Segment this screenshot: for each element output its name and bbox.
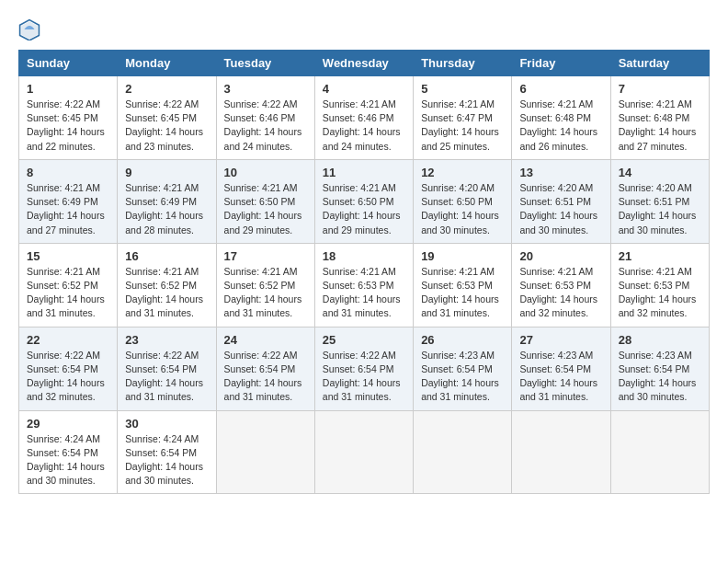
sunset-label: Sunset: 6:50 PM (323, 196, 394, 207)
weekday-header-friday: Friday (512, 51, 610, 76)
day-info: Sunrise: 4:21 AM Sunset: 6:49 PM Dayligh… (125, 181, 208, 237)
daylight-label: Daylight: 14 hours and 31 minutes. (421, 293, 499, 318)
weekday-header-saturday: Saturday (610, 51, 709, 76)
daylight-label: Daylight: 14 hours and 31 minutes. (125, 377, 203, 402)
day-number: 22 (27, 333, 109, 347)
daylight-label: Daylight: 14 hours and 31 minutes. (224, 377, 302, 402)
sunset-label: Sunset: 6:52 PM (27, 280, 98, 291)
day-info: Sunrise: 4:23 AM Sunset: 6:54 PM Dayligh… (519, 349, 602, 405)
sunset-label: Sunset: 6:54 PM (125, 447, 197, 458)
daylight-label: Daylight: 14 hours and 26 minutes. (519, 126, 597, 151)
daylight-label: Daylight: 14 hours and 25 minutes. (421, 126, 499, 151)
sunset-label: Sunset: 6:50 PM (224, 196, 296, 207)
sunrise-label: Sunrise: 4:22 AM (323, 350, 396, 361)
sunrise-label: Sunrise: 4:24 AM (27, 433, 100, 444)
day-cell-25: 25 Sunrise: 4:22 AM Sunset: 6:54 PM Dayl… (314, 327, 413, 410)
day-info: Sunrise: 4:23 AM Sunset: 6:54 PM Dayligh… (421, 349, 504, 405)
day-cell-6: 6 Sunrise: 4:21 AM Sunset: 6:48 PM Dayli… (512, 76, 610, 160)
day-number: 16 (125, 249, 208, 263)
daylight-label: Daylight: 14 hours and 31 minutes. (323, 377, 401, 402)
day-number: 30 (125, 417, 208, 431)
sunset-label: Sunset: 6:53 PM (421, 280, 493, 291)
day-cell-26: 26 Sunrise: 4:23 AM Sunset: 6:54 PM Dayl… (414, 327, 512, 410)
sunrise-label: Sunrise: 4:20 AM (421, 182, 495, 193)
day-info: Sunrise: 4:21 AM Sunset: 6:52 PM Dayligh… (125, 265, 208, 321)
day-number: 20 (519, 249, 602, 263)
day-cell-4: 4 Sunrise: 4:21 AM Sunset: 6:46 PM Dayli… (314, 76, 413, 160)
daylight-label: Daylight: 14 hours and 31 minutes. (224, 293, 302, 318)
day-cell-15: 15 Sunrise: 4:21 AM Sunset: 6:52 PM Dayl… (19, 243, 118, 327)
sunset-label: Sunset: 6:52 PM (224, 280, 296, 291)
sunrise-label: Sunrise: 4:24 AM (125, 433, 199, 444)
sunset-label: Sunset: 6:46 PM (224, 112, 296, 123)
day-cell-13: 13 Sunrise: 4:20 AM Sunset: 6:51 PM Dayl… (512, 159, 610, 243)
sunset-label: Sunset: 6:51 PM (519, 196, 591, 207)
day-info: Sunrise: 4:24 AM Sunset: 6:54 PM Dayligh… (125, 432, 208, 488)
sunset-label: Sunset: 6:46 PM (323, 112, 394, 123)
day-cell-27: 27 Sunrise: 4:23 AM Sunset: 6:54 PM Dayl… (512, 327, 610, 410)
sunset-label: Sunset: 6:48 PM (519, 112, 591, 123)
daylight-label: Daylight: 14 hours and 32 minutes. (519, 293, 597, 318)
day-number: 27 (519, 333, 602, 347)
daylight-label: Daylight: 14 hours and 27 minutes. (619, 126, 697, 151)
sunset-label: Sunset: 6:45 PM (27, 112, 98, 123)
day-info: Sunrise: 4:21 AM Sunset: 6:50 PM Dayligh… (323, 181, 405, 237)
week-row-3: 15 Sunrise: 4:21 AM Sunset: 6:52 PM Dayl… (19, 243, 710, 327)
sunrise-label: Sunrise: 4:21 AM (224, 182, 298, 193)
sunset-label: Sunset: 6:53 PM (323, 280, 394, 291)
sunrise-label: Sunrise: 4:22 AM (224, 350, 298, 361)
empty-cell (512, 410, 610, 494)
logo-icon (18, 18, 40, 40)
day-number: 1 (27, 82, 109, 96)
svg-marker-0 (21, 21, 38, 39)
week-row-5: 29 Sunrise: 4:24 AM Sunset: 6:54 PM Dayl… (19, 410, 710, 494)
day-cell-18: 18 Sunrise: 4:21 AM Sunset: 6:53 PM Dayl… (314, 243, 413, 327)
daylight-label: Daylight: 14 hours and 31 minutes. (125, 293, 203, 318)
page-header (18, 18, 710, 40)
day-info: Sunrise: 4:21 AM Sunset: 6:52 PM Dayligh… (224, 265, 307, 321)
day-info: Sunrise: 4:24 AM Sunset: 6:54 PM Dayligh… (27, 432, 109, 488)
sunrise-label: Sunrise: 4:21 AM (323, 98, 396, 109)
sunrise-label: Sunrise: 4:21 AM (323, 182, 396, 193)
day-info: Sunrise: 4:21 AM Sunset: 6:47 PM Dayligh… (421, 98, 504, 154)
day-cell-14: 14 Sunrise: 4:20 AM Sunset: 6:51 PM Dayl… (610, 159, 709, 243)
day-info: Sunrise: 4:22 AM Sunset: 6:54 PM Dayligh… (224, 349, 307, 405)
day-cell-30: 30 Sunrise: 4:24 AM Sunset: 6:54 PM Dayl… (118, 410, 216, 494)
daylight-label: Daylight: 14 hours and 31 minutes. (27, 293, 105, 318)
day-cell-19: 19 Sunrise: 4:21 AM Sunset: 6:53 PM Dayl… (414, 243, 512, 327)
sunrise-label: Sunrise: 4:21 AM (619, 98, 692, 109)
sunset-label: Sunset: 6:54 PM (323, 363, 394, 374)
day-info: Sunrise: 4:21 AM Sunset: 6:52 PM Dayligh… (27, 265, 109, 321)
sunrise-label: Sunrise: 4:20 AM (619, 182, 692, 193)
day-cell-28: 28 Sunrise: 4:23 AM Sunset: 6:54 PM Dayl… (610, 327, 709, 410)
sunset-label: Sunset: 6:54 PM (27, 363, 98, 374)
day-info: Sunrise: 4:20 AM Sunset: 6:51 PM Dayligh… (519, 181, 602, 237)
sunset-label: Sunset: 6:48 PM (619, 112, 690, 123)
daylight-label: Daylight: 14 hours and 24 minutes. (224, 126, 302, 151)
week-row-2: 8 Sunrise: 4:21 AM Sunset: 6:49 PM Dayli… (19, 159, 710, 243)
day-info: Sunrise: 4:23 AM Sunset: 6:54 PM Dayligh… (619, 349, 701, 405)
day-cell-12: 12 Sunrise: 4:20 AM Sunset: 6:50 PM Dayl… (414, 159, 512, 243)
daylight-label: Daylight: 14 hours and 29 minutes. (323, 210, 401, 235)
sunset-label: Sunset: 6:49 PM (125, 196, 197, 207)
day-cell-10: 10 Sunrise: 4:21 AM Sunset: 6:50 PM Dayl… (216, 159, 314, 243)
sunrise-label: Sunrise: 4:21 AM (519, 98, 593, 109)
day-cell-3: 3 Sunrise: 4:22 AM Sunset: 6:46 PM Dayli… (216, 76, 314, 160)
day-number: 6 (519, 82, 602, 96)
daylight-label: Daylight: 14 hours and 31 minutes. (421, 377, 499, 402)
weekday-header-sunday: Sunday (19, 51, 118, 76)
day-cell-2: 2 Sunrise: 4:22 AM Sunset: 6:45 PM Dayli… (118, 76, 216, 160)
day-cell-5: 5 Sunrise: 4:21 AM Sunset: 6:47 PM Dayli… (414, 76, 512, 160)
day-cell-7: 7 Sunrise: 4:21 AM Sunset: 6:48 PM Dayli… (610, 76, 709, 160)
sunrise-label: Sunrise: 4:21 AM (421, 266, 495, 277)
sunrise-label: Sunrise: 4:23 AM (519, 350, 593, 361)
day-info: Sunrise: 4:20 AM Sunset: 6:51 PM Dayligh… (619, 181, 701, 237)
day-info: Sunrise: 4:21 AM Sunset: 6:53 PM Dayligh… (619, 265, 701, 321)
daylight-label: Daylight: 14 hours and 22 minutes. (27, 126, 105, 151)
weekday-header-tuesday: Tuesday (216, 51, 314, 76)
day-info: Sunrise: 4:20 AM Sunset: 6:50 PM Dayligh… (421, 181, 504, 237)
sunrise-label: Sunrise: 4:21 AM (519, 266, 593, 277)
day-number: 29 (27, 417, 109, 431)
day-info: Sunrise: 4:22 AM Sunset: 6:46 PM Dayligh… (224, 98, 307, 154)
weekday-header-thursday: Thursday (414, 51, 512, 76)
